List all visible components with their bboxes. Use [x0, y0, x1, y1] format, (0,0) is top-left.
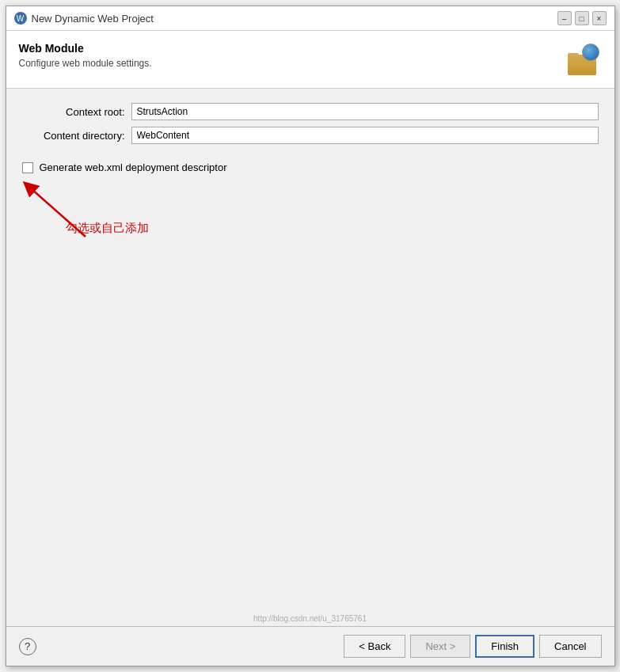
next-button[interactable]: Next >: [410, 635, 470, 658]
footer-section: ? < Back Next > Finish Cancel: [6, 626, 614, 666]
help-button[interactable]: ?: [19, 638, 36, 655]
globe-shape: [582, 44, 599, 61]
context-root-row: Context root:: [22, 103, 599, 120]
minimize-button[interactable]: –: [557, 11, 572, 25]
content-spacer: [22, 276, 599, 598]
footer-buttons: < Back Next > Finish Cancel: [344, 635, 601, 658]
content-directory-label: Content directory:: [22, 130, 125, 142]
title-bar-controls: – □ ×: [557, 11, 607, 25]
checkbox-row: Generate web.xml deployment descriptor: [22, 161, 599, 173]
watermark-area: http://blog.csdn.net/u_31765761: [6, 613, 614, 626]
globe-folder-icon: [565, 44, 599, 75]
header-title: Web Module: [19, 42, 562, 55]
header-subtitle: Configure web module settings.: [19, 58, 562, 69]
app-icon: W: [14, 12, 27, 25]
watermark-text: http://blog.csdn.net/u_31765761: [6, 613, 614, 626]
header-section: Web Module Configure web module settings…: [6, 31, 614, 89]
title-bar-left: W New Dynamic Web Project: [14, 12, 154, 25]
context-root-label: Context root:: [22, 106, 125, 118]
back-button[interactable]: < Back: [344, 635, 405, 658]
header-text: Web Module Configure web module settings…: [19, 42, 562, 69]
cancel-button[interactable]: Cancel: [539, 635, 601, 658]
checkbox-label: Generate web.xml deployment descriptor: [40, 161, 227, 173]
content-directory-row: Content directory:: [22, 127, 599, 144]
form-section: Context root: Content directory: Generat…: [22, 103, 599, 173]
finish-button[interactable]: Finish: [475, 635, 534, 658]
main-window: W New Dynamic Web Project – □ × Web Modu…: [6, 6, 615, 666]
title-bar: W New Dynamic Web Project – □ ×: [6, 6, 614, 31]
maximize-button[interactable]: □: [575, 11, 589, 25]
annotation-text: 勾选或自己添加: [66, 221, 149, 236]
window-title: New Dynamic Web Project: [32, 13, 154, 25]
generate-xml-checkbox[interactable]: [22, 162, 33, 173]
content-directory-input[interactable]: [131, 127, 599, 144]
header-icon-area: [562, 42, 602, 77]
footer-left: ?: [19, 638, 36, 655]
content-area: Context root: Content directory: Generat…: [6, 89, 614, 613]
close-button[interactable]: ×: [592, 11, 607, 25]
annotation-area: 勾选或自己添加: [22, 181, 599, 276]
context-root-input[interactable]: [131, 103, 599, 120]
